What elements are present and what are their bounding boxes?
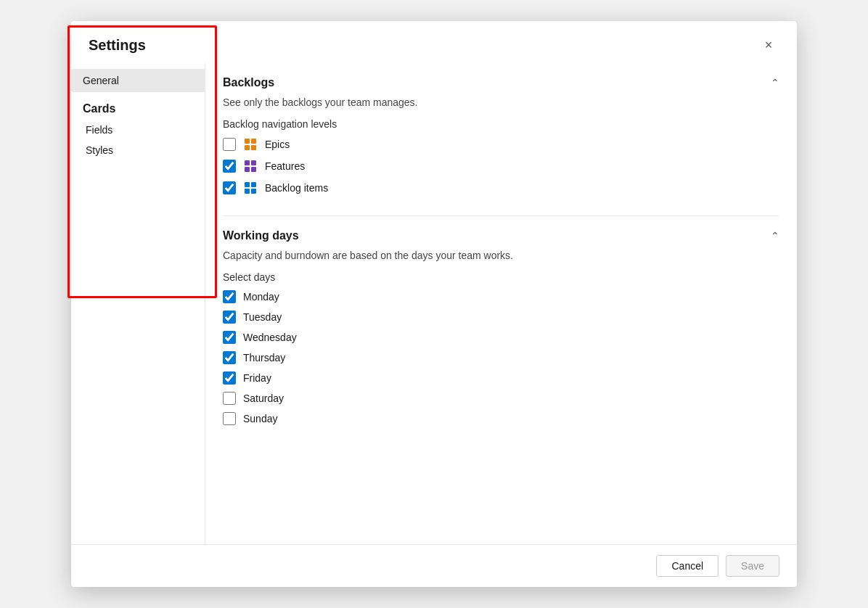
working-days-title: Working days <box>223 229 299 242</box>
epics-row: Epics <box>223 137 779 152</box>
friday-label: Friday <box>243 372 271 384</box>
sunday-row: Sunday <box>223 412 779 425</box>
sidebar-item-fields[interactable]: Fields <box>71 120 205 140</box>
backlogs-subsection-label: Backlog navigation levels <box>223 118 779 130</box>
epics-checkbox[interactable] <box>223 138 236 151</box>
backlogs-chevron-icon: ⌃ <box>771 77 779 89</box>
monday-row: Monday <box>223 290 779 303</box>
close-button[interactable]: × <box>758 34 779 56</box>
tuesday-label: Tuesday <box>243 311 282 323</box>
backlog-items-row: Backlog items <box>223 181 779 195</box>
backlog-icon <box>243 181 258 195</box>
sunday-checkbox[interactable] <box>223 412 236 425</box>
wednesday-checkbox[interactable] <box>223 331 236 344</box>
backlogs-section-header[interactable]: Backlogs ⌃ <box>223 76 779 89</box>
features-icon <box>243 159 258 173</box>
sunday-label: Sunday <box>243 413 277 424</box>
saturday-row: Saturday <box>223 392 779 405</box>
thursday-label: Thursday <box>243 352 285 363</box>
backlog-items-label: Backlog items <box>265 182 328 194</box>
settings-dialog: Settings × General Cards Fields Styles B… <box>71 21 797 587</box>
backlog-items-checkbox[interactable] <box>223 181 236 194</box>
sidebar: General Cards Fields Styles <box>71 63 205 544</box>
wednesday-row: Wednesday <box>223 331 779 344</box>
tuesday-row: Tuesday <box>223 311 779 324</box>
thursday-checkbox[interactable] <box>223 351 236 364</box>
features-checkbox[interactable] <box>223 160 236 173</box>
saturday-label: Saturday <box>243 393 284 404</box>
dialog-header: Settings × <box>71 21 797 63</box>
dialog-footer: Cancel Save <box>71 544 797 587</box>
working-days-subsection-label: Select days <box>223 271 779 283</box>
features-row: Features <box>223 159 779 173</box>
sidebar-section-cards: Cards <box>71 92 205 120</box>
friday-row: Friday <box>223 371 779 385</box>
monday-label: Monday <box>243 291 279 303</box>
thursday-row: Thursday <box>223 351 779 364</box>
features-label: Features <box>265 160 305 172</box>
monday-checkbox[interactable] <box>223 290 236 303</box>
tuesday-checkbox[interactable] <box>223 311 236 324</box>
working-days-description: Capacity and burndown are based on the d… <box>223 250 779 261</box>
dialog-title: Settings <box>89 37 146 54</box>
working-days-chevron-icon: ⌃ <box>771 230 779 242</box>
backlogs-section: Backlogs ⌃ See only the backlogs your te… <box>223 63 779 216</box>
friday-checkbox[interactable] <box>223 371 236 385</box>
backlogs-title: Backlogs <box>223 76 274 89</box>
wednesday-label: Wednesday <box>243 332 297 343</box>
dialog-body: General Cards Fields Styles Backlogs ⌃ S… <box>71 63 797 544</box>
epics-icon <box>243 137 258 152</box>
content-area: Backlogs ⌃ See only the backlogs your te… <box>205 63 797 544</box>
sidebar-item-general[interactable]: General <box>71 69 205 92</box>
cancel-button[interactable]: Cancel <box>656 555 718 577</box>
save-button[interactable]: Save <box>726 555 779 577</box>
epics-label: Epics <box>265 139 290 150</box>
working-days-section: Working days ⌃ Capacity and burndown are… <box>223 216 779 445</box>
working-days-section-header[interactable]: Working days ⌃ <box>223 229 779 242</box>
backlogs-description: See only the backlogs your team manages. <box>223 96 779 108</box>
sidebar-item-styles[interactable]: Styles <box>71 140 205 160</box>
saturday-checkbox[interactable] <box>223 392 236 405</box>
